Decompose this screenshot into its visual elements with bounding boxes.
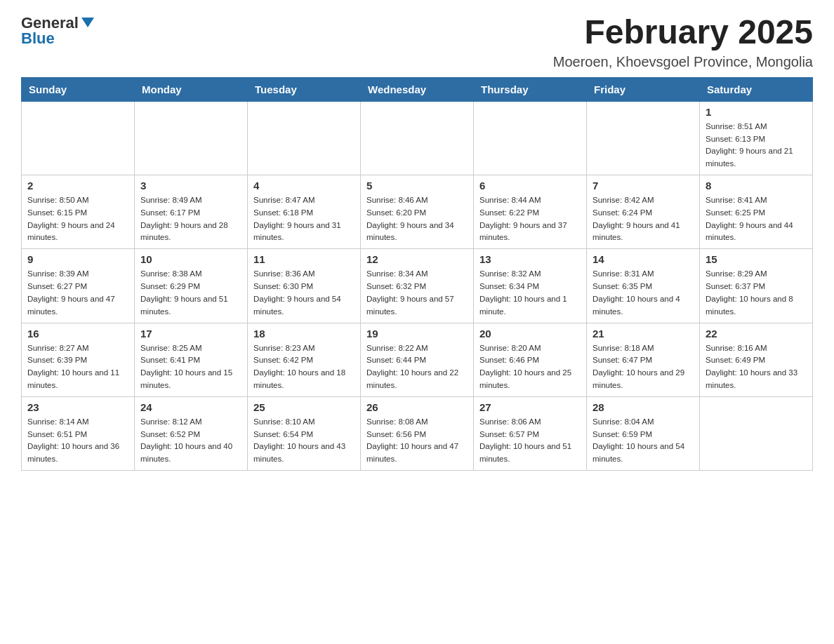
calendar-cell: 16Sunrise: 8:27 AMSunset: 6:39 PMDayligh…	[22, 323, 135, 396]
day-number: 8	[706, 180, 807, 192]
calendar-cell: 3Sunrise: 8:49 AMSunset: 6:17 PMDaylight…	[135, 175, 248, 249]
day-number: 27	[479, 401, 581, 413]
weekday-header-row: Sunday Monday Tuesday Wednesday Thursday…	[22, 77, 813, 101]
day-number: 23	[27, 401, 128, 413]
day-info: Sunrise: 8:20 AMSunset: 6:46 PMDaylight:…	[479, 342, 581, 392]
day-info: Sunrise: 8:39 AMSunset: 6:27 PMDaylight:…	[27, 268, 128, 318]
day-info: Sunrise: 8:34 AMSunset: 6:32 PMDaylight:…	[366, 268, 468, 318]
calendar-title: February 2025	[553, 14, 813, 51]
calendar-cell: 4Sunrise: 8:47 AMSunset: 6:18 PMDaylight…	[248, 175, 361, 249]
calendar-cell: 28Sunrise: 8:04 AMSunset: 6:59 PMDayligh…	[587, 396, 700, 470]
calendar-cell: 14Sunrise: 8:31 AMSunset: 6:35 PMDayligh…	[587, 249, 700, 323]
logo-blue-text: Blue	[21, 29, 55, 48]
calendar-cell: 23Sunrise: 8:14 AMSunset: 6:51 PMDayligh…	[22, 396, 135, 470]
day-number: 16	[27, 328, 128, 340]
day-info: Sunrise: 8:42 AMSunset: 6:24 PMDaylight:…	[593, 194, 694, 244]
logo-triangle-icon	[81, 18, 94, 27]
calendar-cell: 10Sunrise: 8:38 AMSunset: 6:29 PMDayligh…	[135, 249, 248, 323]
day-info: Sunrise: 8:25 AMSunset: 6:41 PMDaylight:…	[140, 342, 241, 392]
calendar-cell: 26Sunrise: 8:08 AMSunset: 6:56 PMDayligh…	[361, 396, 474, 470]
calendar-cell: 1Sunrise: 8:51 AMSunset: 6:13 PMDaylight…	[700, 101, 813, 175]
day-info: Sunrise: 8:44 AMSunset: 6:22 PMDaylight:…	[479, 194, 581, 244]
day-number: 19	[366, 328, 468, 340]
calendar-cell: 18Sunrise: 8:23 AMSunset: 6:42 PMDayligh…	[248, 323, 361, 396]
calendar-cell	[22, 101, 135, 175]
header-monday: Monday	[135, 77, 248, 101]
calendar-cell: 15Sunrise: 8:29 AMSunset: 6:37 PMDayligh…	[700, 249, 813, 323]
calendar-cell: 7Sunrise: 8:42 AMSunset: 6:24 PMDaylight…	[587, 175, 700, 249]
day-info: Sunrise: 8:10 AMSunset: 6:54 PMDaylight:…	[253, 416, 355, 466]
day-info: Sunrise: 8:23 AMSunset: 6:42 PMDaylight:…	[253, 342, 355, 392]
day-number: 14	[593, 253, 694, 265]
day-number: 24	[140, 401, 241, 413]
calendar-cell: 21Sunrise: 8:18 AMSunset: 6:47 PMDayligh…	[587, 323, 700, 396]
calendar-cell: 8Sunrise: 8:41 AMSunset: 6:25 PMDaylight…	[700, 175, 813, 249]
day-info: Sunrise: 8:41 AMSunset: 6:25 PMDaylight:…	[706, 194, 807, 244]
day-info: Sunrise: 8:29 AMSunset: 6:37 PMDaylight:…	[706, 268, 807, 318]
day-number: 11	[253, 253, 355, 265]
day-info: Sunrise: 8:16 AMSunset: 6:49 PMDaylight:…	[706, 342, 807, 392]
day-number: 7	[593, 180, 694, 192]
calendar-cell	[587, 101, 700, 175]
day-number: 17	[140, 328, 241, 340]
week-row-3: 9Sunrise: 8:39 AMSunset: 6:27 PMDaylight…	[22, 249, 813, 323]
day-number: 12	[366, 253, 468, 265]
day-info: Sunrise: 8:14 AMSunset: 6:51 PMDaylight:…	[27, 416, 128, 466]
header-sunday: Sunday	[22, 77, 135, 101]
week-row-1: 1Sunrise: 8:51 AMSunset: 6:13 PMDaylight…	[22, 101, 813, 175]
header-friday: Friday	[587, 77, 700, 101]
day-number: 20	[479, 328, 581, 340]
day-info: Sunrise: 8:50 AMSunset: 6:15 PMDaylight:…	[27, 194, 128, 244]
header-thursday: Thursday	[474, 77, 587, 101]
calendar-cell	[700, 396, 813, 470]
day-info: Sunrise: 8:51 AMSunset: 6:13 PMDaylight:…	[706, 121, 807, 170]
day-info: Sunrise: 8:06 AMSunset: 6:57 PMDaylight:…	[479, 416, 581, 466]
day-info: Sunrise: 8:36 AMSunset: 6:30 PMDaylight:…	[253, 268, 355, 318]
calendar-cell: 11Sunrise: 8:36 AMSunset: 6:30 PMDayligh…	[248, 249, 361, 323]
header-saturday: Saturday	[700, 77, 813, 101]
calendar-cell	[248, 101, 361, 175]
calendar-cell: 25Sunrise: 8:10 AMSunset: 6:54 PMDayligh…	[248, 396, 361, 470]
logo: General Blue	[21, 14, 94, 48]
day-info: Sunrise: 8:47 AMSunset: 6:18 PMDaylight:…	[253, 194, 355, 244]
day-number: 10	[140, 253, 241, 265]
day-number: 18	[253, 328, 355, 340]
calendar-cell	[361, 101, 474, 175]
day-number: 6	[479, 180, 581, 192]
day-info: Sunrise: 8:32 AMSunset: 6:34 PMDaylight:…	[479, 268, 581, 318]
day-number: 5	[366, 180, 468, 192]
calendar-subtitle: Moeroen, Khoevsgoel Province, Mongolia	[553, 54, 813, 70]
calendar-cell: 2Sunrise: 8:50 AMSunset: 6:15 PMDaylight…	[22, 175, 135, 249]
day-info: Sunrise: 8:46 AMSunset: 6:20 PMDaylight:…	[366, 194, 468, 244]
week-row-4: 16Sunrise: 8:27 AMSunset: 6:39 PMDayligh…	[22, 323, 813, 396]
calendar-cell	[135, 101, 248, 175]
day-info: Sunrise: 8:38 AMSunset: 6:29 PMDaylight:…	[140, 268, 241, 318]
calendar-cell: 17Sunrise: 8:25 AMSunset: 6:41 PMDayligh…	[135, 323, 248, 396]
day-info: Sunrise: 8:31 AMSunset: 6:35 PMDaylight:…	[593, 268, 694, 318]
day-number: 26	[366, 401, 468, 413]
calendar-cell: 27Sunrise: 8:06 AMSunset: 6:57 PMDayligh…	[474, 396, 587, 470]
week-row-5: 23Sunrise: 8:14 AMSunset: 6:51 PMDayligh…	[22, 396, 813, 470]
calendar-cell: 22Sunrise: 8:16 AMSunset: 6:49 PMDayligh…	[700, 323, 813, 396]
day-number: 21	[593, 328, 694, 340]
day-info: Sunrise: 8:04 AMSunset: 6:59 PMDaylight:…	[593, 416, 694, 466]
calendar-cell: 5Sunrise: 8:46 AMSunset: 6:20 PMDaylight…	[361, 175, 474, 249]
calendar-cell: 6Sunrise: 8:44 AMSunset: 6:22 PMDaylight…	[474, 175, 587, 249]
header-tuesday: Tuesday	[248, 77, 361, 101]
day-number: 9	[27, 253, 128, 265]
day-number: 2	[27, 180, 128, 192]
calendar-cell: 20Sunrise: 8:20 AMSunset: 6:46 PMDayligh…	[474, 323, 587, 396]
title-area: February 2025 Moeroen, Khoevsgoel Provin…	[553, 14, 813, 70]
header-wednesday: Wednesday	[361, 77, 474, 101]
day-info: Sunrise: 8:12 AMSunset: 6:52 PMDaylight:…	[140, 416, 241, 466]
calendar-cell: 9Sunrise: 8:39 AMSunset: 6:27 PMDaylight…	[22, 249, 135, 323]
calendar-cell: 12Sunrise: 8:34 AMSunset: 6:32 PMDayligh…	[361, 249, 474, 323]
day-info: Sunrise: 8:18 AMSunset: 6:47 PMDaylight:…	[593, 342, 694, 392]
calendar-table: Sunday Monday Tuesday Wednesday Thursday…	[21, 77, 813, 471]
day-number: 1	[706, 106, 807, 118]
day-number: 25	[253, 401, 355, 413]
day-info: Sunrise: 8:08 AMSunset: 6:56 PMDaylight:…	[366, 416, 468, 466]
day-info: Sunrise: 8:22 AMSunset: 6:44 PMDaylight:…	[366, 342, 468, 392]
day-number: 22	[706, 328, 807, 340]
day-number: 4	[253, 180, 355, 192]
